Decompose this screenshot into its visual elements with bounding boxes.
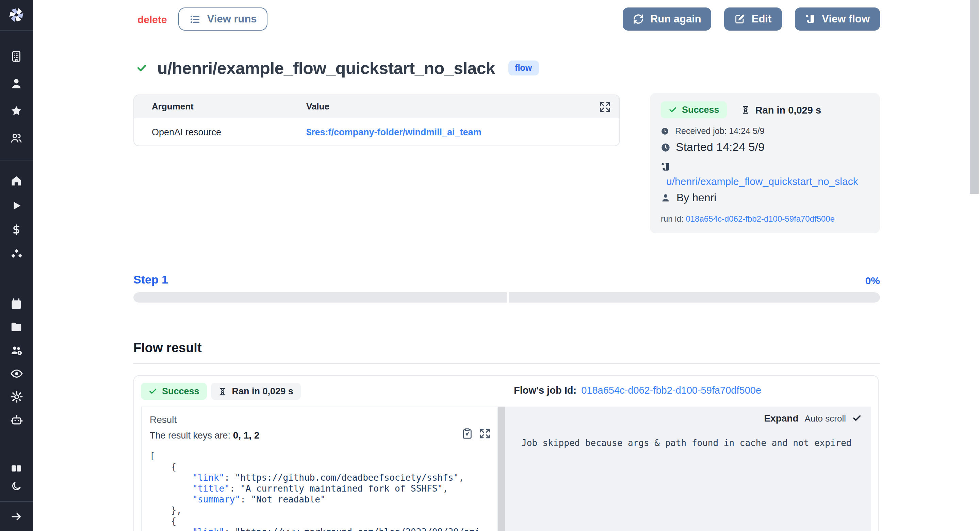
docs-book-icon[interactable] [0, 460, 33, 477]
scrollbar-thumb[interactable] [970, 0, 978, 194]
delete-button[interactable]: delete [137, 13, 167, 25]
ran-in-label: Ran in 0,029 s [232, 386, 293, 396]
view-flow-button[interactable]: View flow [795, 8, 880, 30]
workers-robot-icon[interactable] [0, 408, 33, 431]
sidebar [0, 0, 33, 531]
home-icon[interactable] [0, 169, 33, 193]
sidebar-group-admin [0, 292, 33, 431]
person-icon [661, 193, 670, 203]
received-job-line: Received job: 14:24 5/9 [661, 127, 869, 136]
hourglass-icon [741, 105, 750, 115]
job-id-label: Flow's job Id: [514, 385, 576, 396]
expand-table-icon[interactable] [599, 101, 611, 113]
arguments-table-header: Argument Value [134, 95, 619, 118]
dark-mode-moon-icon[interactable] [0, 477, 33, 495]
title-row: u/henri/example_flow_quickstart_no_slack… [134, 56, 539, 80]
sidebar-group-help [0, 460, 33, 495]
workspace-building-icon[interactable] [0, 43, 33, 70]
view-runs-label: View runs [207, 13, 257, 25]
flow-path-link[interactable]: u/henri/example_flow_quickstart_no_slack [661, 175, 869, 187]
argument-value: $res:f/company-folder/windmill_ai_team [306, 127, 619, 137]
run-again-label: Run again [650, 13, 701, 25]
run-id-label: run id: [661, 214, 684, 223]
user-icon[interactable] [0, 70, 33, 97]
result-keys-value: 0, 1, 2 [233, 430, 259, 441]
received-job-label: Received job: 14:24 5/9 [675, 127, 765, 136]
copy-clipboard-icon[interactable] [461, 428, 473, 439]
log-panel: Expand Auto scroll Job skipped because a… [505, 407, 871, 531]
edit-pencil-icon [735, 14, 746, 24]
groups-settings-icon[interactable] [0, 339, 33, 362]
started-line: Started 14:24 5/9 [661, 141, 869, 154]
progress-segment [134, 292, 507, 303]
step-label: Step 1 [134, 273, 168, 287]
edit-button[interactable]: Edit [724, 8, 782, 30]
log-text: Job skipped because args & path found in… [514, 438, 862, 448]
flow-scroll-icon [805, 14, 816, 24]
result-json: [ { "link": "https://github.com/deadbeef… [150, 451, 489, 531]
flow-badge: flow [508, 60, 539, 76]
toolbar: delete View runs [134, 8, 880, 30]
edit-label: Edit [752, 13, 772, 25]
members-icon[interactable] [0, 124, 33, 152]
result-title: Result [150, 414, 489, 425]
flow-result-header: Success Ran in 0,029 s Flow's job Id: 01… [134, 376, 878, 405]
result-split: Result The result keys are: 0, 1, 2 [141, 407, 871, 531]
page-scrollbar [968, 0, 980, 531]
flow-scroll-icon [661, 162, 869, 172]
expand-sidebar-arrow-icon[interactable] [0, 502, 33, 531]
summary-row: Argument Value OpenAI resource $res:f/co… [134, 93, 880, 233]
flow-result-heading: Flow result [134, 341, 202, 356]
hourglass-icon [218, 387, 227, 396]
run-again-button[interactable]: Run again [623, 8, 711, 30]
log-expand-button[interactable]: Expand [764, 413, 798, 423]
ran-in-duration: Ran in 0,029 s [741, 105, 821, 115]
status-label: Success [162, 386, 199, 396]
column-argument: Argument [134, 101, 306, 111]
clock-icon [661, 127, 669, 135]
sidebar-group-main [0, 160, 33, 266]
auto-scroll-check-icon[interactable] [852, 414, 862, 423]
column-value: Value [306, 101, 619, 111]
main-content: delete View runs [134, 0, 880, 531]
arguments-table: Argument Value OpenAI resource $res:f/co… [134, 95, 620, 146]
runs-play-icon[interactable] [0, 193, 33, 217]
author-line: By henri [661, 192, 869, 204]
argument-name: OpenAI resource [134, 127, 306, 137]
run-status-card: Success Ran in 0,029 s [650, 93, 880, 233]
flow-result-card: Success Ran in 0,029 s Flow's job Id: 01… [134, 375, 878, 531]
page-title: u/henri/example_flow_quickstart_no_slack [157, 58, 495, 78]
expand-result-icon[interactable] [479, 428, 491, 439]
step-percent: 0% [865, 274, 880, 286]
result-keys-label: The result keys are: [150, 430, 233, 441]
settings-gear-icon[interactable] [0, 385, 33, 408]
status-label: Success [682, 105, 719, 115]
page: delete View runs [0, 0, 980, 531]
job-id-link[interactable]: 018a654c-d062-fbb2-d100-59fa70df500e [581, 385, 761, 396]
run-id-link[interactable]: 018a654c-d062-fbb2-d100-59fa70df500e [686, 214, 835, 223]
favorites-star-icon[interactable] [0, 97, 33, 124]
result-panel-actions [461, 428, 491, 439]
status-row: Success Ran in 0,029 s [661, 101, 869, 118]
audit-logs-eye-icon[interactable] [0, 362, 33, 385]
auto-scroll-toggle[interactable]: Auto scroll [805, 413, 846, 423]
log-header: Expand Auto scroll [514, 413, 862, 423]
result-panel: Result The result keys are: 0, 1, 2 [141, 407, 498, 531]
status-badge: Success [661, 101, 727, 118]
progress-bar [134, 292, 880, 303]
resources-icon[interactable] [0, 242, 33, 266]
list-icon [189, 13, 201, 25]
ran-in-badge: Ran in 0,029 s [211, 383, 301, 400]
view-runs-button[interactable]: View runs [179, 8, 268, 30]
folders-icon[interactable] [0, 315, 33, 339]
variables-dollar-icon[interactable] [0, 217, 33, 242]
windmill-logo[interactable] [0, 0, 33, 30]
step-progress-row: Step 1 0% [134, 273, 880, 287]
ran-in-label: Ran in 0,029 s [756, 105, 821, 115]
action-buttons: Run again Edit [623, 8, 880, 30]
panel-resizer-handle[interactable] [498, 407, 505, 531]
started-label: Started 14:24 5/9 [676, 141, 765, 154]
run-id-line: run id: 018a654c-d062-fbb2-d100-59fa70df… [661, 214, 869, 223]
schedules-calendar-icon[interactable] [0, 292, 33, 315]
table-row: OpenAI resource $res:f/company-folder/wi… [134, 118, 619, 146]
